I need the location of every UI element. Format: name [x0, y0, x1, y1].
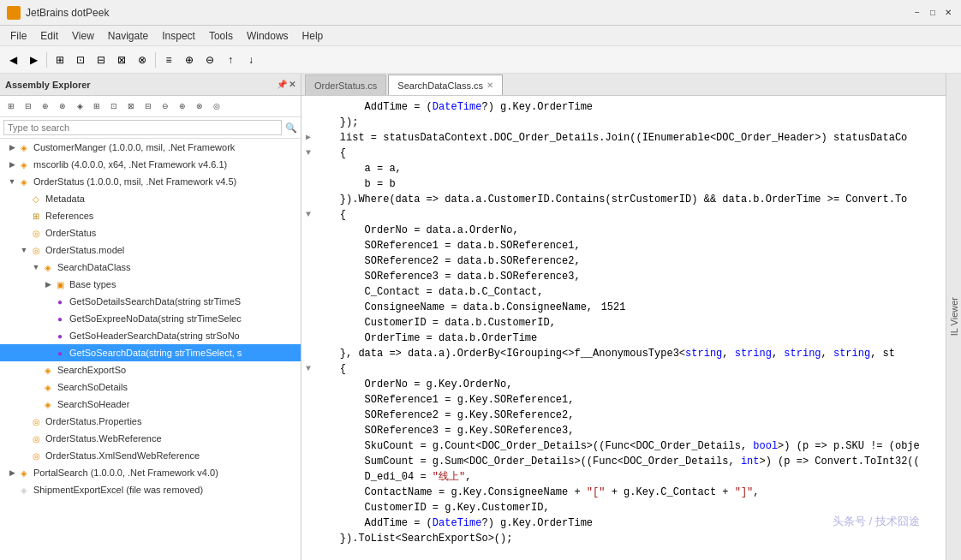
ae-btn-11[interactable]: ⊕ — [175, 98, 190, 114]
tree-item-orderstatus-ns[interactable]: ◎OrderStatus — [0, 224, 301, 241]
tree-expand-icon[interactable]: ▼ — [7, 176, 17, 187]
tree-item-getsohdr[interactable]: ●GetSoHeaderSearchData(string strSoNo — [0, 327, 301, 344]
menu-item-help[interactable]: Help — [295, 28, 331, 44]
toolbar-btn-10[interactable]: ↓ — [242, 51, 260, 69]
code-line: OrderTime = data.b.OrderTime — [301, 331, 946, 346]
line-content: { — [315, 146, 946, 161]
line-gutter: ▼ — [301, 207, 315, 223]
line-gutter: ▼ — [301, 361, 315, 377]
ae-tree: ▶◈CustomerManger (1.0.0.0, msil, .Net Fr… — [0, 139, 301, 560]
code-line: }, data => data.a).OrderBy<IGrouping<>f_… — [301, 346, 946, 361]
ae-close-button[interactable]: ✕ — [289, 80, 295, 89]
tree-expand-icon — [7, 485, 17, 495]
ae-btn-6[interactable]: ⊞ — [89, 98, 104, 114]
tree-node-label: OrderStatus.XmlSendWebReference — [45, 450, 200, 461]
menu-item-windows[interactable]: Windows — [240, 28, 295, 44]
tree-node-label: OrderStatus.WebReference — [45, 433, 162, 444]
tab-close-icon[interactable]: ✕ — [486, 80, 493, 90]
toolbar-btn-8[interactable]: ⊖ — [200, 51, 219, 69]
tree-item-mscorlib[interactable]: ▶◈mscorlib (4.0.0.0, x64, .Net Framework… — [0, 156, 301, 173]
ae-pin-button[interactable]: 📌 — [277, 80, 287, 89]
menu-item-inspect[interactable]: Inspect — [155, 28, 202, 44]
ae-btn-5[interactable]: ◈ — [72, 98, 87, 114]
tree-node-icon: ◈ — [17, 175, 31, 188]
code-line: SOReference1 = g.Key.SOReference1, — [301, 392, 946, 408]
tree-expand-icon[interactable]: ▶ — [7, 468, 17, 478]
toolbar-btn-5[interactable]: ⊗ — [133, 51, 152, 69]
tree-expand-icon[interactable]: ▶ — [7, 142, 17, 152]
tree-item-searchsodetails[interactable]: ◈SearchSoDetails — [0, 378, 301, 396]
tree-item-orderstatus[interactable]: ▼◈OrderStatus (1.0.0.0, msil, .Net Frame… — [0, 173, 301, 190]
tree-expand-icon[interactable]: ▶ — [43, 279, 53, 289]
menu-item-tools[interactable]: Tools — [202, 28, 240, 44]
tree-node-icon: ◎ — [29, 449, 43, 462]
search-input[interactable] — [3, 120, 282, 135]
tree-item-searchdataclass[interactable]: ▼◈SearchDataClass — [0, 259, 301, 276]
tree-node-icon: ● — [53, 329, 67, 343]
menu-item-navigate[interactable]: Navigate — [101, 28, 155, 44]
forward-button[interactable]: ▶ — [24, 51, 43, 69]
toolbar-btn-2[interactable]: ⊡ — [71, 51, 90, 69]
line-content: b = b — [315, 176, 946, 192]
ae-header: Assembly Explorer 📌 ✕ — [0, 74, 301, 96]
ae-btn-1[interactable]: ⊞ — [3, 98, 19, 114]
back-button[interactable]: ◀ — [3, 51, 22, 69]
tree-node-label: SearchDataClass — [57, 262, 131, 272]
tree-item-customer-manager[interactable]: ▶◈CustomerManger (1.0.0.0, msil, .Net Fr… — [0, 139, 301, 156]
toolbar-btn-6[interactable]: ≡ — [159, 51, 178, 69]
ae-btn-10[interactable]: ⊖ — [158, 98, 173, 114]
toolbar-btn-1[interactable]: ⊞ — [51, 51, 69, 69]
menu-item-view[interactable]: View — [65, 28, 101, 44]
code-line: SOReference3 = g.Key.SOReference3, — [301, 423, 946, 438]
tree-expand-icon[interactable]: ▼ — [31, 262, 41, 272]
tree-item-base-types[interactable]: ▶▣Base types — [0, 276, 301, 293]
tree-item-searchexportso[interactable]: ◈SearchExportSo — [0, 361, 301, 378]
tab-searchdataclass-cs[interactable]: SearchDataClass.cs✕ — [388, 74, 503, 95]
tree-item-orderstatus-model[interactable]: ▼◎OrderStatus.model — [0, 241, 301, 259]
app-icon — [7, 6, 21, 20]
tab-orderstatus-cs[interactable]: OrderStatus.cs — [305, 74, 386, 95]
line-content: }, data => data.a).OrderBy<IGrouping<>f_… — [315, 346, 946, 361]
tree-node-icon: ◈ — [41, 397, 55, 411]
maximize-button[interactable]: □ — [927, 7, 939, 19]
tree-expand-icon[interactable]: ▼ — [19, 245, 29, 255]
menu-item-edit[interactable]: Edit — [33, 28, 65, 44]
tree-node-label: GetSoHeaderSearchData(string strSoNo — [69, 331, 240, 341]
code-content[interactable]: AddTime = (DateTime?) g.Key.OrderTime })… — [301, 96, 946, 560]
menu-item-file[interactable]: File — [3, 28, 33, 44]
ae-btn-4[interactable]: ⊗ — [55, 98, 70, 114]
code-line: D_edi_04 = "线上", — [301, 469, 946, 485]
toolbar-btn-9[interactable]: ↑ — [221, 51, 240, 69]
tree-item-searchsoheader[interactable]: ◈SearchSoHeader — [0, 396, 301, 413]
tree-expand-icon[interactable]: ▶ — [7, 159, 17, 170]
tree-item-getsoexp[interactable]: ●GetSoExpreeNoData(string strTimeSelec — [0, 310, 301, 327]
tree-node-label: GetSoDetailsSearchData(string strTimeS — [69, 296, 241, 307]
tree-item-os-xmlsend[interactable]: ◎OrderStatus.XmlSendWebReference — [0, 447, 301, 464]
code-line: SumCount = g.Sum<DOC_Order_Details>((Fun… — [301, 454, 946, 469]
ae-btn-12[interactable]: ⊗ — [192, 98, 207, 114]
toolbar-btn-3[interactable]: ⊟ — [92, 51, 110, 69]
ae-btn-13[interactable]: ◎ — [209, 98, 224, 114]
tree-item-os-properties[interactable]: ◎OrderStatus.Properties — [0, 413, 301, 430]
ae-btn-8[interactable]: ⊠ — [123, 98, 139, 114]
toolbar-btn-7[interactable]: ⊕ — [180, 51, 199, 69]
ae-btn-2[interactable]: ⊟ — [21, 98, 36, 114]
il-viewer-tab[interactable]: IL Viewer — [946, 74, 961, 560]
line-content: SOReference1 = data.b.SOReference1, — [315, 238, 946, 253]
ae-btn-3[interactable]: ⊕ — [38, 98, 53, 114]
tree-item-getsodets[interactable]: ●GetSoDetailsSearchData(string strTimeS — [0, 293, 301, 310]
tree-item-getsosearch[interactable]: ●GetSoSearchData(string strTimeSelect, s — [0, 344, 301, 361]
ae-btn-9[interactable]: ⊟ — [140, 98, 156, 114]
ae-btn-7[interactable]: ⊡ — [106, 98, 122, 114]
toolbar-btn-4[interactable]: ⊠ — [112, 51, 131, 69]
tree-item-shipmentexport[interactable]: ◈ShipmentExportExcel (file was removed) — [0, 481, 301, 498]
line-gutter: ▶ — [301, 130, 315, 146]
tree-item-os-webref[interactable]: ◎OrderStatus.WebReference — [0, 430, 301, 447]
tree-item-references[interactable]: ⊞References — [0, 207, 301, 224]
tree-item-portalsearch[interactable]: ▶◈PortalSearch (1.0.0.0, .Net Framework … — [0, 464, 301, 481]
line-content: SOReference2 = data.b.SOReference2, — [315, 253, 946, 269]
tree-item-metadata[interactable]: ◇Metadata — [0, 190, 301, 207]
close-button[interactable]: ✕ — [942, 7, 954, 19]
line-content: OrderTime = data.b.OrderTime — [315, 331, 946, 346]
minimize-button[interactable]: − — [911, 7, 923, 19]
